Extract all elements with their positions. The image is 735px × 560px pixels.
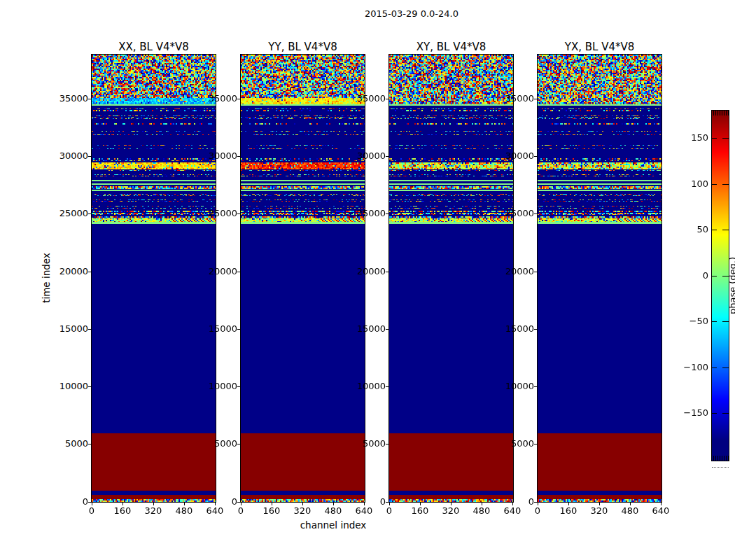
y-tick <box>386 329 388 330</box>
x-tick-label: 480 <box>613 505 647 517</box>
y-tick-label: 30000 <box>498 150 534 162</box>
y-tick <box>88 444 91 444</box>
y-tick-label: 0 <box>498 496 534 507</box>
colorbar-tick <box>712 368 717 368</box>
heatmap-panel-yy <box>240 54 365 503</box>
y-tick <box>237 444 240 444</box>
y-tick-label: 10000 <box>498 381 534 392</box>
colorbar-tick <box>722 276 729 276</box>
y-tick-label: 25000 <box>52 208 88 219</box>
y-tick-label: 35000 <box>52 93 88 104</box>
x-tick-label: 160 <box>552 505 585 517</box>
x-tick-label: 640 <box>644 505 678 517</box>
y-tick-label: 5000 <box>201 438 237 449</box>
x-tick-label: 160 <box>106 505 139 517</box>
x-tick-label: 480 <box>167 505 201 517</box>
y-tick-label: 10000 <box>201 381 237 392</box>
colorbar-tick <box>712 413 717 414</box>
y-tick-label: 15000 <box>52 323 88 335</box>
y-tick <box>386 386 388 387</box>
figure-title: 2015-03-29 0.0-24.0 <box>365 8 458 19</box>
y-tick <box>88 386 91 387</box>
y-axis-label: time index <box>41 253 52 303</box>
panel-title-xx: XX, BL V4*V8 <box>118 41 189 53</box>
x-tick-label: 480 <box>316 505 350 517</box>
y-tick <box>386 272 388 272</box>
figure: 2015-03-29 0.0-24.0 channel index time i… <box>0 0 735 560</box>
heatmap-panel-yx <box>537 54 662 503</box>
x-tick-label: 480 <box>465 505 498 517</box>
colorbar-tick-label: −50 <box>672 316 708 327</box>
x-tick-label: 320 <box>286 505 319 517</box>
y-tick-label: 25000 <box>349 208 386 219</box>
y-tick <box>534 214 537 214</box>
y-tick <box>237 99 240 99</box>
colorbar-tick-label: 0 <box>672 270 708 281</box>
panel-title-yy: YY, BL V4*V8 <box>268 41 337 53</box>
y-tick-label: 35000 <box>349 93 386 104</box>
x-tick-label: 320 <box>136 505 170 517</box>
y-tick-label: 25000 <box>498 208 534 219</box>
y-tick-label: 35000 <box>201 93 237 104</box>
colorbar-tick <box>722 184 729 185</box>
y-tick-label: 20000 <box>201 266 237 277</box>
x-tick-label: 320 <box>434 505 468 517</box>
colorbar-tick-label: −150 <box>672 407 708 419</box>
colorbar-tick <box>712 138 717 139</box>
x-tick-label: 320 <box>582 505 616 517</box>
y-tick-label: 0 <box>349 496 386 507</box>
colorbar-label: phase (deg.) <box>727 257 735 314</box>
colorbar-tick <box>722 368 729 368</box>
y-tick <box>237 386 240 387</box>
x-tick-label: 160 <box>403 505 437 517</box>
y-tick <box>534 272 537 272</box>
colorbar-tick-label: 50 <box>672 224 708 235</box>
colorbar-tick <box>722 230 729 230</box>
y-tick <box>534 386 537 387</box>
y-tick <box>237 272 240 272</box>
colorbar-tick <box>712 184 717 185</box>
y-tick-label: 20000 <box>498 266 534 277</box>
y-tick <box>237 214 240 214</box>
y-tick-label: 15000 <box>498 323 534 335</box>
y-tick <box>534 99 537 99</box>
y-tick <box>534 502 537 503</box>
y-tick <box>88 156 91 157</box>
colorbar-tick <box>712 321 717 322</box>
colorbar-tick <box>722 321 729 322</box>
y-tick-label: 30000 <box>52 150 88 162</box>
y-tick-label: 0 <box>201 496 237 507</box>
y-tick <box>534 444 537 444</box>
heatmap-panel-xx <box>91 54 216 503</box>
y-tick-label: 5000 <box>498 438 534 449</box>
colorbar-tick <box>712 276 717 276</box>
y-tick-label: 30000 <box>201 150 237 162</box>
y-tick-label: 30000 <box>349 150 386 162</box>
y-tick <box>386 444 388 444</box>
y-tick <box>88 99 91 99</box>
y-tick-label: 10000 <box>52 381 88 392</box>
y-tick-label: 35000 <box>498 93 534 104</box>
colorbar-tick <box>722 413 729 414</box>
colorbar-extend-dots <box>712 467 729 468</box>
colorbar-tick <box>722 138 729 139</box>
colorbar-tick-label: 100 <box>672 178 708 190</box>
colorbar-tick-label: 150 <box>672 132 708 144</box>
y-tick-label: 0 <box>52 496 88 507</box>
y-tick <box>386 214 388 214</box>
y-tick <box>88 502 91 503</box>
y-tick-label: 15000 <box>349 323 386 335</box>
y-tick <box>534 156 537 157</box>
y-tick-label: 20000 <box>52 266 88 277</box>
y-tick <box>237 502 240 503</box>
y-tick <box>386 99 388 99</box>
x-axis-label: channel index <box>300 519 367 531</box>
y-tick <box>386 502 388 503</box>
y-tick <box>88 329 91 330</box>
panel-title-xy: XY, BL V4*V8 <box>416 41 486 53</box>
y-tick-label: 20000 <box>349 266 386 277</box>
y-tick-label: 10000 <box>349 381 386 392</box>
panel-title-yx: YX, BL V4*V8 <box>565 41 635 53</box>
y-tick <box>534 329 537 330</box>
y-tick <box>237 156 240 157</box>
